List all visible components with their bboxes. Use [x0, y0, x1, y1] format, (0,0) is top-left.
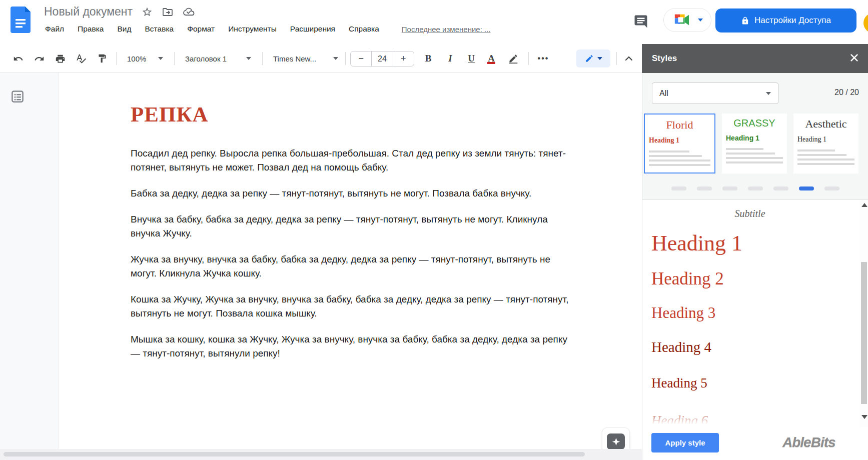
vertical-scrollbar[interactable] — [860, 200, 868, 428]
increase-font-size-button[interactable]: + — [393, 52, 414, 66]
style-item-heading6[interactable]: Heading 6 — [651, 413, 848, 428]
italic-button[interactable]: I — [443, 52, 457, 66]
cloud-saved-icon[interactable] — [183, 7, 195, 17]
ablebits-logo: AbleBits — [782, 434, 835, 450]
style-item-heading5[interactable]: Heading 5 — [651, 376, 848, 391]
apply-style-button[interactable]: Apply style — [651, 433, 719, 452]
pencil-icon — [585, 54, 594, 63]
pagination-dot[interactable] — [773, 186, 788, 190]
style-set-name: GRASSY — [726, 118, 783, 129]
collapse-toolbar-icon[interactable] — [622, 52, 636, 66]
menu-format[interactable]: Формат — [187, 24, 215, 34]
pagination-dot-active[interactable] — [799, 186, 814, 190]
underline-button[interactable]: U — [464, 52, 478, 66]
style-item-heading1[interactable]: Heading 1 — [651, 230, 848, 256]
font-size-control: − 24 + — [350, 51, 414, 66]
pagination-dot[interactable] — [697, 186, 712, 190]
bold-button[interactable]: B — [421, 52, 435, 66]
document-page[interactable]: РЕПКА Посадил дед репку. Выросла репка б… — [59, 73, 642, 449]
vertical-scrollbar-thumb[interactable] — [861, 262, 867, 404]
document-heading: РЕПКА — [131, 102, 642, 126]
menu-file[interactable]: Файл — [45, 24, 64, 34]
style-set-sample: Heading 1 — [649, 136, 710, 144]
star-icon[interactable] — [142, 6, 153, 18]
document-outline-icon[interactable] — [10, 89, 25, 106]
style-set-florid[interactable]: Florid Heading 1 — [644, 114, 715, 174]
more-options-icon[interactable]: ••• — [536, 52, 550, 66]
style-set-aesthetic[interactable]: Aesthetic Heading 1 — [793, 114, 858, 174]
close-icon[interactable] — [850, 54, 858, 64]
placeholder-line — [649, 155, 702, 157]
menu-help[interactable]: Справка — [349, 24, 379, 34]
placeholder-line — [797, 163, 854, 165]
style-item-subtitle[interactable]: Subtitle — [651, 208, 848, 220]
menu-view[interactable]: Вид — [117, 24, 131, 34]
google-meet-icon — [672, 12, 691, 28]
document-title[interactable]: Новый документ — [44, 5, 133, 18]
placeholder-line — [649, 164, 710, 166]
pagination-dot[interactable] — [748, 186, 763, 190]
redo-icon[interactable] — [32, 52, 46, 66]
style-item-heading2[interactable]: Heading 2 — [651, 269, 848, 289]
chevron-down-icon — [246, 57, 251, 60]
share-settings-label: Настройки Доступа — [754, 16, 831, 26]
font-select[interactable]: Times New... — [270, 51, 341, 66]
lock-icon — [741, 16, 749, 25]
editing-mode-button[interactable] — [576, 50, 610, 68]
google-docs-logo-icon[interactable] — [11, 6, 31, 33]
chevron-down-icon — [597, 57, 602, 60]
meet-call-button[interactable] — [663, 8, 711, 32]
horizontal-scrollbar-thumb[interactable] — [4, 452, 585, 456]
pagination-dot[interactable] — [722, 186, 737, 190]
style-set-name: Florid — [649, 118, 710, 132]
placeholder-line — [726, 148, 763, 150]
menu-edit[interactable]: Правка — [78, 24, 104, 34]
share-settings-button[interactable]: Настройки Доступа — [715, 8, 856, 32]
scroll-up-arrow-icon[interactable] — [861, 203, 867, 207]
move-to-folder-icon[interactable] — [162, 6, 174, 18]
styles-panel-footer: Apply style AbleBits — [642, 428, 868, 460]
styles-list-scroll-area: Subtitle Heading 1 Heading 2 Heading 3 H… — [642, 200, 868, 428]
left-gutter — [0, 73, 59, 449]
zoom-select[interactable]: 100% — [124, 51, 166, 66]
paragraph: Внучка за бабку, бабка за дедку, дедка з… — [131, 212, 573, 240]
avatar[interactable] — [863, 13, 868, 33]
styles-counter: 20 / 20 — [834, 88, 859, 97]
highlighter-icon[interactable] — [506, 52, 520, 66]
paint-format-icon[interactable] — [95, 52, 109, 66]
style-filter-value: All — [659, 89, 668, 98]
spell-check-icon[interactable] — [74, 52, 88, 66]
placeholder-line — [649, 150, 689, 152]
horizontal-scrollbar[interactable] — [0, 449, 642, 460]
print-icon[interactable] — [53, 52, 67, 66]
zoom-value: 100% — [127, 54, 146, 63]
placeholder-line — [726, 162, 783, 164]
paragraph: Мышка за кошку, кошка за Жучку, Жучка за… — [131, 332, 573, 360]
paragraph-style-select[interactable]: Заголовок 1 — [182, 51, 254, 66]
style-set-grassy[interactable]: GRASSY Heading 1 — [722, 114, 787, 174]
undo-icon[interactable] — [11, 52, 25, 66]
chevron-down-icon — [333, 57, 338, 60]
scroll-down-arrow-icon[interactable] — [861, 415, 867, 419]
decrease-font-size-button[interactable]: − — [351, 52, 371, 66]
menu-insert[interactable]: Вставка — [145, 24, 174, 34]
style-item-heading3[interactable]: Heading 3 — [651, 304, 848, 322]
pagination-dot[interactable] — [824, 186, 839, 190]
style-item-heading4[interactable]: Heading 4 — [651, 339, 848, 356]
placeholder-line — [649, 160, 710, 162]
pagination-dot[interactable] — [671, 186, 686, 190]
placeholder-line — [797, 158, 854, 160]
paragraph: Бабка за дедку, дедка за репку — тянут-п… — [131, 186, 573, 200]
style-set-sample: Heading 1 — [726, 134, 783, 142]
text-color-button[interactable]: A — [484, 52, 498, 66]
styles-panel-header: Styles — [642, 44, 868, 73]
menu-extensions[interactable]: Расширения — [290, 24, 335, 34]
placeholder-line — [797, 150, 835, 152]
comments-icon[interactable] — [633, 14, 648, 31]
menu-tools[interactable]: Инструменты — [228, 24, 277, 34]
document-area: РЕПКА Посадил дед репку. Выросла репка б… — [0, 73, 642, 460]
font-size-value[interactable]: 24 — [371, 52, 393, 66]
current-color-swatch — [487, 62, 495, 64]
style-filter-select[interactable]: All — [652, 82, 778, 104]
last-edit-link[interactable]: Последнее изменение: ... — [402, 25, 491, 34]
